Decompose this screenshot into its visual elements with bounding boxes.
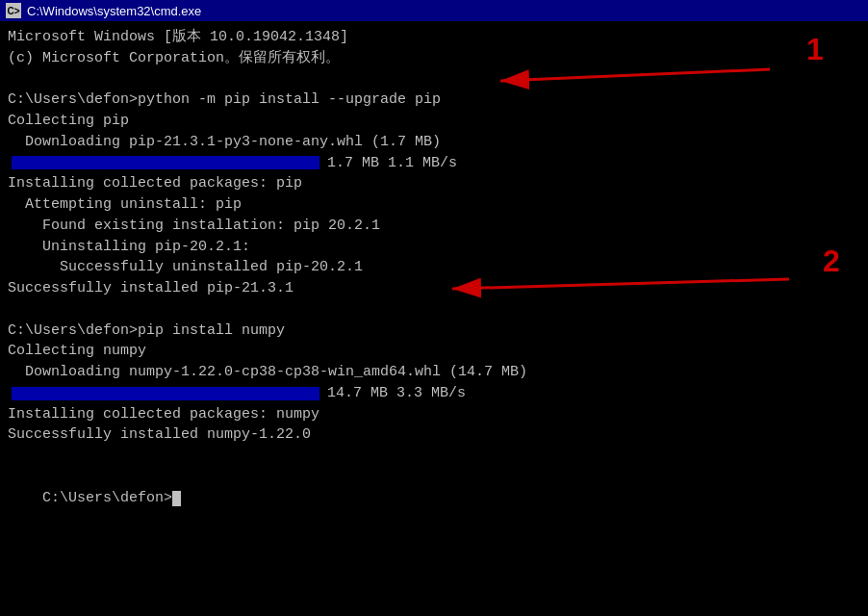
blank-line-2 <box>8 299 860 321</box>
blank-line-3 <box>8 446 860 467</box>
uninstalling-line: Uninstalling pip-20.2.1: <box>8 237 860 258</box>
progress-bar-2 <box>12 387 319 400</box>
win-version-line: Microsoft Windows [版本 10.0.19042.1348] <box>8 27 860 48</box>
copyright-line: (c) Microsoft Corporation。保留所有权利。 <box>8 48 860 69</box>
downloading-pip-line: Downloading pip-21.3.1-py3-none-any.whl … <box>8 132 860 153</box>
title-bar: C> C:\Windows\system32\cmd.exe <box>0 0 868 21</box>
progress-bar-2-container: 14.7 MB 3.3 MB/s <box>12 383 860 404</box>
found-existing-line: Found existing installation: pip 20.2.1 <box>8 216 860 237</box>
cmd1-line: C:\Users\defon>python -m pip install --u… <box>8 90 860 111</box>
collecting-pip-line: Collecting pip <box>8 111 860 132</box>
collecting-numpy-line: Collecting numpy <box>8 341 860 362</box>
installed-pip-line: Successfully installed pip-21.3.1 <box>8 278 860 299</box>
blank-line-1 <box>8 69 860 90</box>
cmd2-line: C:\Users\defon>pip install numpy <box>8 321 860 342</box>
installed-numpy-line: Successfully installed numpy-1.22.0 <box>8 424 860 446</box>
installing-pip-line: Installing collected packages: pip <box>8 173 860 194</box>
cmd-icon: C> <box>6 3 21 18</box>
progress-bar-2-text: 14.7 MB 3.3 MB/s <box>327 383 466 404</box>
progress-bar-1 <box>12 156 319 169</box>
installing-numpy-line: Installing collected packages: numpy <box>8 404 860 425</box>
attempting-line: Attempting uninstall: pip <box>8 194 860 216</box>
title-bar-text: C:\Windows\system32\cmd.exe <box>27 4 201 18</box>
downloading-numpy-line: Downloading numpy-1.22.0-cp38-cp38-win_a… <box>8 362 860 383</box>
final-prompt-line: C:\Users\defon> <box>8 467 860 529</box>
terminal-window: Microsoft Windows [版本 10.0.19042.1348] (… <box>0 21 868 616</box>
cursor <box>172 491 181 506</box>
progress-bar-1-container: 1.7 MB 1.1 MB/s <box>12 153 860 174</box>
final-prompt-text: C:\Users\defon> <box>42 490 172 506</box>
uninstalled-line: Successfully uninstalled pip-20.2.1 <box>8 257 860 278</box>
progress-bar-1-text: 1.7 MB 1.1 MB/s <box>327 153 457 174</box>
